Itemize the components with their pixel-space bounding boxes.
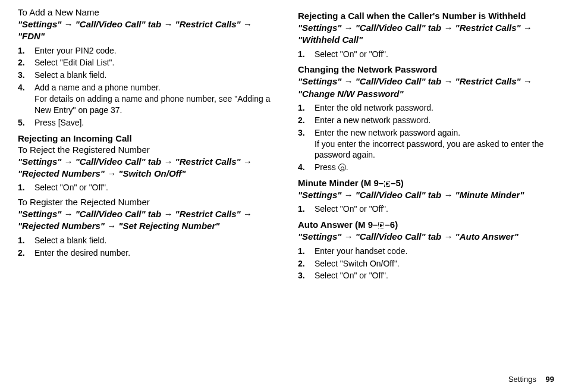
menu-code-b: –5) (391, 178, 404, 188)
menu-code-a: (M 9– (359, 178, 384, 188)
reject-incoming-heading: Rejecting an Incoming Call (18, 133, 274, 143)
right-arrow-icon (384, 181, 390, 187)
step-main: Add a name and a phone number. (34, 83, 161, 92)
add-name-path: "Settings" → "Call/Video Call" tab → "Re… (18, 18, 274, 43)
step-text: Enter the desired number. (18, 247, 274, 259)
minute-minder-steps: Select "On" or "Off". (298, 203, 554, 215)
register-rejected-steps: Select a blank field. Enter the desired … (18, 235, 274, 259)
step-main: Enter the new network password again. (315, 128, 460, 137)
reject-registered-path: "Settings" → "Call/Video Call" tab → "Re… (18, 156, 274, 180)
withheld-path: "Settings" → "Call/Video Call" tab → "Re… (298, 22, 554, 46)
step-text: Select "On" or "Off". (298, 270, 554, 281)
step-text-a: Press (315, 162, 338, 172)
right-column: Rejecting a Call when the Caller's Numbe… (298, 6, 554, 285)
left-column: To Add a New Name "Settings" → "Call/Vid… (18, 6, 274, 285)
heading-text: Minute Minder (298, 178, 359, 188)
register-rejected-path: "Settings" → "Call/Video Call" tab → "Re… (18, 208, 274, 233)
step-note: For details on adding a name and phone n… (34, 93, 274, 116)
page-footer: Settings 99 (508, 375, 554, 384)
minute-minder-path: "Settings" → "Call/Video Call" tab → "Mi… (298, 189, 554, 201)
reject-registered-steps: Select "On" or "Off". (18, 182, 274, 193)
step-text: Select "Switch On/Off". (298, 258, 554, 269)
step-text: Select "On" or "Off". (298, 49, 554, 60)
change-pw-heading: Changing the Network Password (298, 64, 554, 74)
step-text: Enter your handset code. (298, 246, 554, 257)
step-text: Select "Edit Dial List". (18, 57, 274, 68)
withheld-heading: Rejecting a Call when the Caller's Numbe… (298, 11, 554, 21)
page-columns: To Add a New Name "Settings" → "Call/Vid… (18, 6, 554, 285)
reject-registered-subhead: To Reject the Registered Number (18, 145, 274, 155)
auto-answer-heading: Auto Answer (M 9––6) (298, 219, 554, 230)
step-text: Select "On" or "Off". (18, 182, 274, 193)
menu-code-a: (M 9– (353, 219, 378, 230)
register-rejected-subhead: To Register the Rejected Number (18, 197, 274, 207)
add-name-steps: Enter your PIN2 code. Select "Edit Dial … (18, 45, 274, 128)
withheld-steps: Select "On" or "Off". (298, 49, 554, 60)
step-text-b: . (346, 162, 348, 172)
step-text: Enter your PIN2 code. (18, 45, 274, 57)
add-name-subhead: To Add a New Name (18, 7, 274, 17)
step-text: Select "On" or "Off". (298, 203, 554, 215)
step-text: Enter a new network password. (298, 115, 554, 126)
auto-answer-path: "Settings" → "Call/Video Call" tab → "Au… (298, 231, 554, 243)
step-note: If you enter the incorrect password, you… (315, 139, 554, 161)
change-pw-steps: Enter the old network password. Enter a … (298, 102, 554, 173)
step-text: Press . (298, 162, 554, 173)
menu-code-b: –6) (385, 219, 398, 230)
step-text: Select a blank field. (18, 70, 274, 81)
center-key-icon (338, 164, 346, 171)
heading-text: Auto Answer (298, 219, 353, 230)
footer-section: Settings (508, 375, 536, 384)
step-text: Enter the new network password again. If… (298, 127, 554, 161)
step-text: Press [Save]. (18, 117, 274, 128)
auto-answer-steps: Enter your handset code. Select "Switch … (298, 246, 554, 282)
step-text: Select a blank field. (18, 235, 274, 246)
step-text: Add a name and a phone number. For detai… (18, 82, 274, 116)
footer-page-number: 99 (546, 375, 554, 384)
minute-minder-heading: Minute Minder (M 9––5) (298, 178, 554, 188)
step-text: Enter the old network password. (298, 102, 554, 114)
change-pw-path: "Settings" → "Call/Video Call" tab → "Re… (298, 76, 554, 100)
right-arrow-icon (378, 222, 384, 228)
